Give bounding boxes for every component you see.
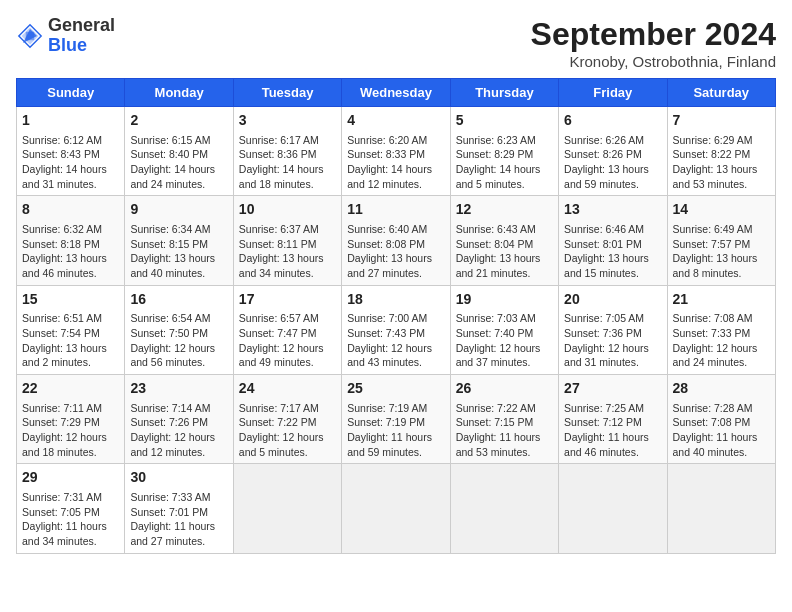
calendar-cell: 5Sunrise: 6:23 AMSunset: 8:29 PMDaylight…: [450, 107, 558, 196]
day-number: 17: [239, 290, 336, 310]
day-number: 25: [347, 379, 444, 399]
calendar-cell: 14Sunrise: 6:49 AMSunset: 7:57 PMDayligh…: [667, 196, 775, 285]
col-header-wednesday: Wednesday: [342, 79, 450, 107]
calendar-cell: 15Sunrise: 6:51 AMSunset: 7:54 PMDayligh…: [17, 285, 125, 374]
day-number: 12: [456, 200, 553, 220]
day-number: 2: [130, 111, 227, 131]
day-number: 23: [130, 379, 227, 399]
day-info: Sunrise: 6:54 AMSunset: 7:50 PMDaylight:…: [130, 311, 227, 370]
calendar-cell: [450, 464, 558, 553]
day-number: 10: [239, 200, 336, 220]
calendar-cell: 28Sunrise: 7:28 AMSunset: 7:08 PMDayligh…: [667, 375, 775, 464]
day-info: Sunrise: 6:15 AMSunset: 8:40 PMDaylight:…: [130, 133, 227, 192]
calendar-cell: 2Sunrise: 6:15 AMSunset: 8:40 PMDaylight…: [125, 107, 233, 196]
calendar-cell: 4Sunrise: 6:20 AMSunset: 8:33 PMDaylight…: [342, 107, 450, 196]
day-number: 19: [456, 290, 553, 310]
day-info: Sunrise: 7:25 AMSunset: 7:12 PMDaylight:…: [564, 401, 661, 460]
calendar-table: SundayMondayTuesdayWednesdayThursdayFrid…: [16, 78, 776, 554]
day-number: 15: [22, 290, 119, 310]
logo: General Blue: [16, 16, 115, 56]
day-number: 14: [673, 200, 770, 220]
calendar-cell: 22Sunrise: 7:11 AMSunset: 7:29 PMDayligh…: [17, 375, 125, 464]
day-info: Sunrise: 7:33 AMSunset: 7:01 PMDaylight:…: [130, 490, 227, 549]
day-number: 16: [130, 290, 227, 310]
day-number: 21: [673, 290, 770, 310]
day-number: 26: [456, 379, 553, 399]
calendar-cell: [667, 464, 775, 553]
calendar-cell: 20Sunrise: 7:05 AMSunset: 7:36 PMDayligh…: [559, 285, 667, 374]
day-info: Sunrise: 6:17 AMSunset: 8:36 PMDaylight:…: [239, 133, 336, 192]
day-number: 4: [347, 111, 444, 131]
calendar-cell: 1Sunrise: 6:12 AMSunset: 8:43 PMDaylight…: [17, 107, 125, 196]
calendar-cell: 18Sunrise: 7:00 AMSunset: 7:43 PMDayligh…: [342, 285, 450, 374]
day-info: Sunrise: 7:28 AMSunset: 7:08 PMDaylight:…: [673, 401, 770, 460]
col-header-monday: Monday: [125, 79, 233, 107]
day-number: 18: [347, 290, 444, 310]
calendar-cell: 9Sunrise: 6:34 AMSunset: 8:15 PMDaylight…: [125, 196, 233, 285]
calendar-week-row: 1Sunrise: 6:12 AMSunset: 8:43 PMDaylight…: [17, 107, 776, 196]
col-header-thursday: Thursday: [450, 79, 558, 107]
day-info: Sunrise: 6:29 AMSunset: 8:22 PMDaylight:…: [673, 133, 770, 192]
day-info: Sunrise: 6:23 AMSunset: 8:29 PMDaylight:…: [456, 133, 553, 192]
day-number: 6: [564, 111, 661, 131]
col-header-saturday: Saturday: [667, 79, 775, 107]
calendar-cell: 17Sunrise: 6:57 AMSunset: 7:47 PMDayligh…: [233, 285, 341, 374]
day-number: 1: [22, 111, 119, 131]
day-info: Sunrise: 6:32 AMSunset: 8:18 PMDaylight:…: [22, 222, 119, 281]
calendar-cell: 30Sunrise: 7:33 AMSunset: 7:01 PMDayligh…: [125, 464, 233, 553]
day-number: 27: [564, 379, 661, 399]
calendar-cell: 6Sunrise: 6:26 AMSunset: 8:26 PMDaylight…: [559, 107, 667, 196]
day-info: Sunrise: 7:00 AMSunset: 7:43 PMDaylight:…: [347, 311, 444, 370]
calendar-header-row: SundayMondayTuesdayWednesdayThursdayFrid…: [17, 79, 776, 107]
col-header-sunday: Sunday: [17, 79, 125, 107]
title-block: September 2024 Kronoby, Ostrobothnia, Fi…: [531, 16, 776, 70]
calendar-cell: 11Sunrise: 6:40 AMSunset: 8:08 PMDayligh…: [342, 196, 450, 285]
day-info: Sunrise: 6:37 AMSunset: 8:11 PMDaylight:…: [239, 222, 336, 281]
col-header-friday: Friday: [559, 79, 667, 107]
day-number: 11: [347, 200, 444, 220]
day-info: Sunrise: 6:12 AMSunset: 8:43 PMDaylight:…: [22, 133, 119, 192]
page-header: General Blue September 2024 Kronoby, Ost…: [16, 16, 776, 70]
day-info: Sunrise: 7:17 AMSunset: 7:22 PMDaylight:…: [239, 401, 336, 460]
logo-icon: [16, 22, 44, 50]
day-info: Sunrise: 7:05 AMSunset: 7:36 PMDaylight:…: [564, 311, 661, 370]
page-title: September 2024: [531, 16, 776, 53]
calendar-week-row: 29Sunrise: 7:31 AMSunset: 7:05 PMDayligh…: [17, 464, 776, 553]
calendar-cell: 24Sunrise: 7:17 AMSunset: 7:22 PMDayligh…: [233, 375, 341, 464]
calendar-cell: 19Sunrise: 7:03 AMSunset: 7:40 PMDayligh…: [450, 285, 558, 374]
day-info: Sunrise: 7:14 AMSunset: 7:26 PMDaylight:…: [130, 401, 227, 460]
calendar-cell: 29Sunrise: 7:31 AMSunset: 7:05 PMDayligh…: [17, 464, 125, 553]
day-number: 24: [239, 379, 336, 399]
day-number: 29: [22, 468, 119, 488]
day-info: Sunrise: 6:57 AMSunset: 7:47 PMDaylight:…: [239, 311, 336, 370]
calendar-cell: [559, 464, 667, 553]
page-subtitle: Kronoby, Ostrobothnia, Finland: [531, 53, 776, 70]
day-number: 30: [130, 468, 227, 488]
day-info: Sunrise: 6:40 AMSunset: 8:08 PMDaylight:…: [347, 222, 444, 281]
calendar-cell: 13Sunrise: 6:46 AMSunset: 8:01 PMDayligh…: [559, 196, 667, 285]
day-info: Sunrise: 7:03 AMSunset: 7:40 PMDaylight:…: [456, 311, 553, 370]
day-number: 20: [564, 290, 661, 310]
calendar-cell: 7Sunrise: 6:29 AMSunset: 8:22 PMDaylight…: [667, 107, 775, 196]
day-number: 8: [22, 200, 119, 220]
calendar-cell: 21Sunrise: 7:08 AMSunset: 7:33 PMDayligh…: [667, 285, 775, 374]
calendar-cell: 23Sunrise: 7:14 AMSunset: 7:26 PMDayligh…: [125, 375, 233, 464]
logo-text: General Blue: [48, 16, 115, 56]
day-info: Sunrise: 7:11 AMSunset: 7:29 PMDaylight:…: [22, 401, 119, 460]
day-info: Sunrise: 6:46 AMSunset: 8:01 PMDaylight:…: [564, 222, 661, 281]
day-number: 9: [130, 200, 227, 220]
day-info: Sunrise: 6:43 AMSunset: 8:04 PMDaylight:…: [456, 222, 553, 281]
day-info: Sunrise: 6:49 AMSunset: 7:57 PMDaylight:…: [673, 222, 770, 281]
day-info: Sunrise: 7:19 AMSunset: 7:19 PMDaylight:…: [347, 401, 444, 460]
calendar-cell: 12Sunrise: 6:43 AMSunset: 8:04 PMDayligh…: [450, 196, 558, 285]
day-number: 5: [456, 111, 553, 131]
calendar-cell: 10Sunrise: 6:37 AMSunset: 8:11 PMDayligh…: [233, 196, 341, 285]
day-info: Sunrise: 6:26 AMSunset: 8:26 PMDaylight:…: [564, 133, 661, 192]
day-info: Sunrise: 7:31 AMSunset: 7:05 PMDaylight:…: [22, 490, 119, 549]
day-number: 28: [673, 379, 770, 399]
calendar-cell: 8Sunrise: 6:32 AMSunset: 8:18 PMDaylight…: [17, 196, 125, 285]
col-header-tuesday: Tuesday: [233, 79, 341, 107]
day-number: 13: [564, 200, 661, 220]
day-info: Sunrise: 6:20 AMSunset: 8:33 PMDaylight:…: [347, 133, 444, 192]
calendar-cell: 3Sunrise: 6:17 AMSunset: 8:36 PMDaylight…: [233, 107, 341, 196]
